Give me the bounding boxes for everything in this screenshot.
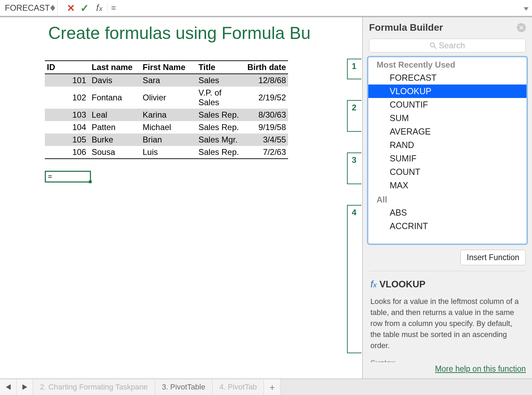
cell-birth[interactable]: 9/19/58	[242, 121, 288, 134]
svg-line-4	[434, 47, 436, 49]
sheet-tab[interactable]: 4. PivotTab	[213, 379, 264, 395]
table-row[interactable]: 103LealKarinaSales Rep.8/30/63	[45, 109, 288, 121]
close-icon[interactable]: ✕	[517, 23, 526, 32]
function-item[interactable]: RAND	[368, 138, 526, 152]
svg-marker-0	[50, 5, 55, 8]
sheet-tab-bar: 2. Charting Formating Taskpane 3. PivotT…	[0, 378, 532, 395]
function-item[interactable]: ABS	[368, 206, 526, 219]
cell-birth[interactable]: 3/4/55	[242, 134, 288, 146]
cell-last[interactable]: Sousa	[90, 146, 141, 159]
formula-bar-expand-icon[interactable]	[520, 3, 532, 13]
cell-title[interactable]: Sales Mgr.	[196, 134, 242, 146]
table-row[interactable]: 102FontanaOlivierV.P. of Sales2/19/52	[45, 87, 288, 109]
name-box-value: FORECAST	[5, 3, 50, 13]
cell-id[interactable]: 102	[45, 87, 90, 109]
table-row[interactable]: 105BurkeBrianSales Mgr.3/4/55	[45, 134, 288, 146]
cell-birth[interactable]: 7/2/63	[242, 146, 288, 159]
employee-table: ID Last name First Name Title Birth date…	[45, 60, 288, 159]
cell-title[interactable]: Sales Rep.	[196, 109, 242, 121]
col-birth: Birth date	[242, 61, 288, 74]
syntax-heading: Syntax	[370, 358, 524, 362]
cell-first[interactable]: Michael	[141, 121, 196, 134]
sheet-tab[interactable]: 2. Charting Formating Taskpane	[33, 379, 155, 395]
cell-id[interactable]: 104	[45, 121, 90, 134]
cell-first[interactable]: Karina	[141, 109, 196, 121]
step-1: 1	[347, 59, 361, 79]
tab-next-icon[interactable]	[17, 379, 33, 395]
function-item[interactable]: COUNT	[368, 165, 526, 179]
fx-icon[interactable]: fx	[91, 3, 108, 13]
cell-last[interactable]: Patten	[90, 121, 141, 134]
table-header-row: ID Last name First Name Title Birth date	[45, 61, 288, 74]
function-description: Looks for a value in the leftmost column…	[370, 296, 524, 351]
sheet-tab[interactable]: 3. PivotTable	[155, 379, 213, 395]
panel-title: Formula Builder	[369, 22, 443, 33]
cell-last[interactable]: Fontana	[90, 87, 141, 109]
table-row[interactable]: 106SousaLuisSales Rep.7/2/63	[45, 146, 288, 159]
cell-last[interactable]: Davis	[90, 74, 141, 87]
cell-birth[interactable]: 8/30/63	[242, 109, 288, 121]
function-item[interactable]: COUNTIF	[368, 98, 526, 111]
cell-first[interactable]: Sara	[141, 74, 196, 87]
table-row[interactable]: 104PattenMichaelSales Rep.9/19/58	[45, 121, 288, 134]
cell-title[interactable]: Sales Rep.	[196, 146, 242, 159]
cell-first[interactable]: Brian	[141, 134, 196, 146]
cell-id[interactable]: 105	[45, 134, 90, 146]
worksheet[interactable]: Create formulas using Formula Bu ID Last…	[0, 17, 333, 378]
search-placeholder: Search	[439, 41, 465, 50]
function-item[interactable]: AVERAGE	[368, 125, 526, 138]
function-list[interactable]: Most Recently UsedFORECASTVLOOKUPCOUNTIF…	[367, 56, 528, 245]
tab-bar-spacer	[280, 379, 532, 395]
step-4: 4	[347, 205, 361, 353]
function-item[interactable]: ACCRINT	[368, 219, 526, 233]
insert-function-button[interactable]: Insert Function	[460, 250, 526, 265]
step-3: 3	[347, 152, 361, 184]
category-label: All	[368, 192, 526, 206]
function-name: VLOOKUP	[379, 279, 426, 290]
function-item[interactable]: SUM	[368, 111, 526, 125]
cell-title[interactable]: Sales Rep.	[196, 121, 242, 134]
step-2: 2	[347, 100, 361, 132]
function-item[interactable]: MAX	[368, 179, 526, 192]
category-label: Most Recently Used	[368, 57, 526, 71]
cell-birth[interactable]: 12/8/68	[242, 74, 288, 87]
svg-marker-5	[6, 384, 11, 390]
svg-point-3	[430, 43, 434, 47]
help-link[interactable]: More help on this function	[435, 364, 526, 373]
col-id: ID	[45, 61, 90, 74]
work-area: Create formulas using Formula Bu ID Last…	[0, 17, 532, 378]
svg-marker-1	[50, 8, 55, 11]
fx-icon: fx	[370, 279, 377, 290]
cell-id[interactable]: 101	[45, 74, 90, 87]
search-input[interactable]: Search	[369, 39, 526, 52]
cell-birth[interactable]: 2/19/52	[242, 87, 288, 109]
function-item[interactable]: FORECAST	[368, 71, 526, 85]
function-item[interactable]: SUMIF	[368, 152, 526, 165]
formula-input[interactable]: =	[108, 0, 520, 16]
formula-input-value: =	[111, 3, 116, 13]
cell-first[interactable]: Luis	[141, 146, 196, 159]
cell-last[interactable]: Leal	[90, 109, 141, 121]
active-cell[interactable]: =	[45, 171, 91, 182]
cell-id[interactable]: 103	[45, 109, 90, 121]
cell-first[interactable]: Olivier	[141, 87, 196, 109]
cancel-formula-button[interactable]: ✕	[64, 0, 78, 16]
formula-bar: FORECAST ✕ ✓ fx =	[0, 0, 532, 17]
cell-title[interactable]: V.P. of Sales	[196, 87, 242, 109]
cell-title[interactable]: Sales	[196, 74, 242, 87]
name-box-stepper[interactable]	[50, 5, 55, 11]
svg-marker-2	[524, 7, 529, 11]
col-first: First Name	[141, 61, 196, 74]
svg-marker-6	[22, 384, 27, 390]
name-box[interactable]: FORECAST	[0, 0, 58, 16]
cell-id[interactable]: 106	[45, 146, 90, 159]
add-sheet-button[interactable]: ＋	[264, 379, 280, 395]
function-item[interactable]: VLOOKUP	[368, 85, 526, 98]
tab-prev-icon[interactable]	[0, 379, 17, 395]
step-numbers: 1 2 3 4	[347, 17, 362, 378]
accept-formula-button[interactable]: ✓	[78, 0, 91, 16]
table-row[interactable]: 101DavisSaraSales12/8/68	[45, 74, 288, 87]
function-detail: fx VLOOKUP Looks for a value in the left…	[363, 271, 532, 362]
cell-last[interactable]: Burke	[90, 134, 141, 146]
formula-builder-panel: Formula Builder ✕ Search Most Recently U…	[362, 17, 532, 378]
